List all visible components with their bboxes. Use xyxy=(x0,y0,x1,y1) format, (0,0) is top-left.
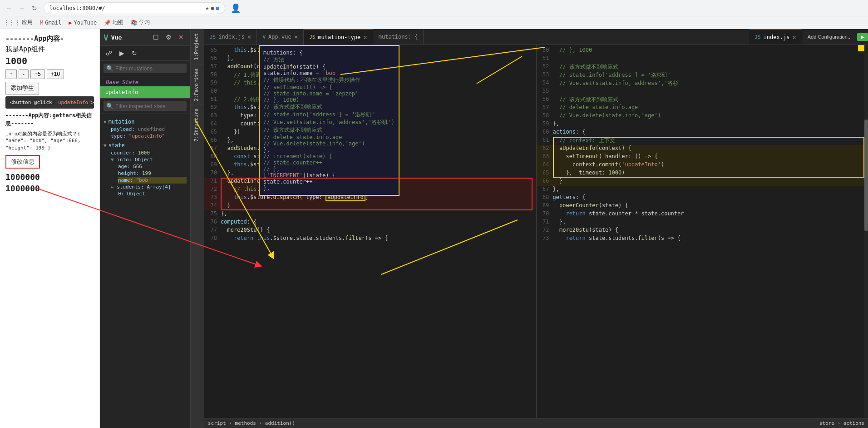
extension-icon1[interactable]: ● xyxy=(211,5,214,11)
back-button[interactable]: ← xyxy=(4,3,15,14)
lc-76: computed: { xyxy=(221,219,256,225)
tab-index-js-1[interactable]: JS index.js × xyxy=(204,29,257,45)
r-line-54: 54 // Vue.set(state.info,'address','洛杉 xyxy=(537,80,868,88)
filter-mutations-input[interactable] xyxy=(115,65,184,72)
r-line-61: 61 // context: 上下文 xyxy=(537,137,868,145)
reload-button[interactable]: ↻ xyxy=(29,3,40,14)
popup-line-18: ['INCREMENT'](state) { xyxy=(263,172,395,179)
bookmark-youtube[interactable]: ▶ YouTube xyxy=(69,20,97,26)
inspector-button[interactable]: ☍ xyxy=(104,48,114,59)
maps-icon: 📌 xyxy=(104,20,111,26)
state-section-header[interactable]: ▼ state xyxy=(104,141,187,149)
popup-line-comment: // 方法 xyxy=(263,56,395,64)
rln-73: 73 xyxy=(537,235,553,241)
rlc-71: }, xyxy=(553,219,566,225)
filter-inspected-input[interactable] xyxy=(115,103,184,109)
sidebar-tab-project[interactable]: 1:Project xyxy=(191,29,204,64)
rlc-66: } xyxy=(553,178,563,184)
close-icon-3[interactable]: × xyxy=(363,34,367,41)
r-line-60: 60 actions: { xyxy=(537,129,868,137)
tab-mutation-type[interactable]: JS mutation-type × xyxy=(304,29,373,45)
app-component: 我是App组件 xyxy=(5,45,94,54)
counter-key: counter: xyxy=(111,150,138,156)
lc-74: } xyxy=(221,202,231,209)
name-row: name: "bob" xyxy=(118,177,187,184)
tab-app-vue[interactable]: V App.vue × xyxy=(257,29,304,45)
right-scrollbar[interactable] xyxy=(864,45,868,418)
bookmark-star-icon[interactable]: ★ xyxy=(206,5,209,11)
modify-button[interactable]: 修改信息 xyxy=(5,155,40,169)
ln-70: 70 xyxy=(204,169,221,176)
rlc-63: setTimeout( handler: () => { xyxy=(553,153,658,159)
bookmark-maps[interactable]: 📌 地图 xyxy=(104,19,123,26)
close-devtools-button[interactable]: ✕ xyxy=(176,32,187,43)
extension-icon2[interactable]: ■ xyxy=(216,5,219,11)
r-line-69: 69 powerCounter(state) { xyxy=(537,202,868,210)
close-icon-2[interactable]: × xyxy=(294,33,298,40)
popup-line-2: // 错误代码：不能在这里进行异步操作 xyxy=(263,76,395,84)
r-line-63: 63 setTimeout( handler: () => { xyxy=(537,153,868,161)
name-val: "bob" xyxy=(136,177,151,183)
mutation-item-label: updateInfo xyxy=(105,89,138,95)
minus-button[interactable]: - xyxy=(19,69,29,79)
mutation-icon-tab: JS xyxy=(309,34,315,40)
r-line-67: 67 }, xyxy=(537,186,868,194)
right-code-content: 50 // }, 1000 51 52 // 该方式做不到响应式 53 // s… xyxy=(537,45,868,418)
bookmark-study[interactable]: 📚 学习 xyxy=(131,19,150,26)
rlc-61: // context: 上下文 xyxy=(553,137,615,144)
tab-label-mutation: mutation-type xyxy=(318,34,360,40)
popup-line-1: state.info.name = 'bob' xyxy=(263,70,395,76)
js-icon-1: JS xyxy=(210,34,216,40)
ln-62: 62 xyxy=(204,104,221,110)
forward-button[interactable]: → xyxy=(16,3,27,14)
app-title: -------App内容- xyxy=(5,35,94,43)
sidebar-tab-structure[interactable]: 7:Structure xyxy=(191,105,204,145)
add-student-button[interactable]: 添加学生 xyxy=(5,82,39,95)
plus5-button[interactable]: +5 xyxy=(30,69,45,79)
r-line-66: 66 } xyxy=(537,178,868,186)
sidebar-tab-favorites[interactable]: 2:Favorites xyxy=(191,64,204,105)
tooltip-text: <button @click="updateInfo">修改信息</button… xyxy=(10,100,100,105)
add-config-button[interactable]: Add Configuration... xyxy=(804,34,855,40)
component-tree-button[interactable]: ☐ xyxy=(150,32,161,43)
devtools-header: V Vue ☐ ⚙ ✕ xyxy=(100,29,190,46)
r-line-57: 57 // delete state.info.age xyxy=(537,104,868,112)
rln-69: 69 xyxy=(537,202,553,209)
history-button[interactable]: ↻ xyxy=(129,48,140,59)
close-icon-1[interactable]: × xyxy=(247,33,251,40)
ln-56: 56 xyxy=(204,55,221,61)
plus10-button[interactable]: +10 xyxy=(47,69,64,79)
profile-icon[interactable]: 👤 xyxy=(231,3,241,13)
students-children: 0: Object xyxy=(111,190,187,197)
popup-line-11: // 该方式做不到响应式 xyxy=(263,126,395,134)
students-row: ► students: Array[4] xyxy=(111,184,187,190)
lc-77: more20Stu() { xyxy=(221,227,270,233)
code-panes: 55 this.$store.comm 56 }, 57 addCount(co… xyxy=(204,45,868,418)
tab-mutations[interactable]: mutations: { xyxy=(373,29,424,45)
run-button[interactable]: ▶ xyxy=(857,33,868,41)
r-line-70: 70 return state.counter * state.counter xyxy=(537,210,868,219)
mutation-section-header[interactable]: ▼ mutation xyxy=(104,118,187,126)
mutation-section: ▼ mutation payload: undefined type: "upd… xyxy=(104,118,187,139)
code-line-77: 77 more20Stu() { xyxy=(204,227,536,235)
close-icon-right[interactable]: × xyxy=(792,34,796,41)
bookmark-apps[interactable]: ⋮⋮⋮ 应用 xyxy=(4,19,33,26)
bookmarks-bar: ⋮⋮⋮ 应用 M Gmail ▶ YouTube 📌 地图 📚 学习 xyxy=(0,16,868,29)
bookmark-gmail[interactable]: M Gmail xyxy=(40,20,61,26)
target-button[interactable]: ▶ xyxy=(116,48,127,59)
settings-button[interactable]: ⚙ xyxy=(163,32,174,43)
search-inspected-icon: 🔍 xyxy=(106,103,113,109)
payload-row: payload: undefined xyxy=(111,126,187,133)
rlc-59: }, xyxy=(553,120,559,127)
nav-buttons: ← → ↻ xyxy=(4,3,40,14)
ln-57: 57 xyxy=(204,63,221,70)
rlc-50: // }, 1000 xyxy=(553,47,592,53)
triangle-icon: ▼ xyxy=(104,119,107,125)
tooltip-box: <button @click="updateInfo">修改信息</button… xyxy=(5,96,94,109)
r-line-64: 64 context.commit('updateInfo') xyxy=(537,161,868,169)
mutation-item-updateInfo[interactable]: updateInfo xyxy=(100,86,190,98)
height-key: height: xyxy=(118,170,142,176)
tab-index-js-right[interactable]: JS index.js × xyxy=(749,29,802,45)
plus-button[interactable]: + xyxy=(5,69,17,79)
address-bar[interactable]: localhost:8080/#/ ★ ● ■ xyxy=(44,2,225,14)
